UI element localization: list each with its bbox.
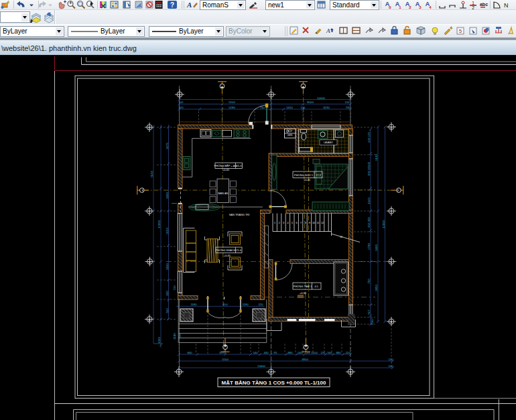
svg-text:A: A bbox=[391, 320, 393, 324]
svg-text:220: 220 bbox=[258, 303, 263, 306]
svg-text:+0.30: +0.30 bbox=[300, 291, 307, 295]
svg-text:880: 880 bbox=[336, 351, 341, 354]
svg-text:17.2: 17.2 bbox=[316, 173, 322, 177]
svg-text:220: 220 bbox=[345, 351, 350, 354]
svg-text:B: B bbox=[149, 261, 151, 264]
svg-text:1340: 1340 bbox=[367, 198, 371, 204]
svg-text:C: C bbox=[148, 210, 150, 213]
svg-text:9: 9 bbox=[309, 222, 310, 224]
svg-text:12000: 12000 bbox=[157, 220, 161, 228]
svg-text:1: 1 bbox=[472, 1, 474, 5]
svg-text:A: A bbox=[186, 1, 192, 9]
svg-text:3230: 3230 bbox=[323, 106, 330, 109]
svg-text:131: 131 bbox=[305, 351, 310, 354]
svg-text:6: 6 bbox=[296, 222, 297, 224]
svg-text:440: 440 bbox=[263, 351, 269, 354]
svg-text:3675: 3675 bbox=[166, 143, 169, 149]
svg-text:5: 5 bbox=[459, 28, 462, 34]
svg-text:+0.45: +0.45 bbox=[304, 178, 311, 182]
svg-text:2367: 2367 bbox=[371, 318, 374, 325]
svg-text:PHÒNG TẮM 1: PHÒNG TẮM 1 bbox=[294, 285, 312, 288]
svg-text:PHÒNG BẾP + ĂN: PHÒNG BẾP + ĂN bbox=[214, 164, 237, 167]
svg-text:3: 3 bbox=[419, 5, 422, 9]
svg-text:2790: 2790 bbox=[367, 243, 371, 250]
svg-text:440 220: 440 220 bbox=[367, 132, 371, 143]
svg-text:?: ? bbox=[170, 1, 174, 9]
svg-text:PHÒNG KHÁCH: PHÒNG KHÁCH bbox=[216, 249, 236, 252]
svg-text:95: 95 bbox=[274, 351, 277, 354]
svg-text:5500: 5500 bbox=[222, 358, 229, 361]
svg-text:880: 880 bbox=[287, 351, 293, 354]
svg-text:560: 560 bbox=[298, 351, 303, 354]
svg-text:MẶT BẰNG TẦNG 1 COS +0.000 TL-: MẶT BẰNG TẦNG 1 COS +0.000 TL-1/100 bbox=[222, 379, 326, 386]
svg-text:730: 730 bbox=[345, 106, 350, 109]
svg-text:6130: 6130 bbox=[150, 171, 153, 178]
svg-text:+0.45: +0.45 bbox=[222, 168, 230, 171]
svg-text:1190: 1190 bbox=[173, 333, 176, 340]
svg-text:HỘP: HỘP bbox=[287, 129, 293, 133]
svg-text:740: 740 bbox=[173, 285, 176, 291]
svg-text:B: B bbox=[391, 261, 393, 264]
svg-text:110: 110 bbox=[389, 358, 393, 361]
svg-text:650: 650 bbox=[166, 291, 169, 296]
svg-text:510: 510 bbox=[166, 308, 169, 313]
svg-text:12000: 12000 bbox=[382, 220, 385, 228]
svg-text:4800: 4800 bbox=[302, 358, 308, 361]
svg-text:BÀN ĂN: BÀN ĂN bbox=[218, 192, 229, 195]
svg-text:4: 4 bbox=[287, 222, 288, 224]
svg-text:110: 110 bbox=[345, 100, 350, 104]
svg-text:3: 3 bbox=[283, 222, 284, 224]
svg-text:15.3: 15.3 bbox=[237, 164, 243, 167]
svg-text:7: 7 bbox=[300, 222, 302, 224]
svg-text:PHÒNG NGỦ 1: PHÒNG NGỦ 1 bbox=[294, 173, 314, 177]
svg-text:610: 610 bbox=[222, 303, 228, 306]
svg-text:110: 110 bbox=[389, 364, 393, 368]
svg-text:0: 0 bbox=[389, 5, 391, 9]
svg-text:4: 4 bbox=[429, 5, 432, 9]
svg-text:6130: 6130 bbox=[375, 154, 378, 161]
svg-text:C: C bbox=[390, 210, 392, 213]
svg-text:5: 5 bbox=[292, 222, 293, 224]
svg-text:LAVABO: LAVABO bbox=[324, 141, 333, 144]
svg-text:1: 1 bbox=[399, 5, 401, 9]
svg-text:10000: 10000 bbox=[317, 96, 326, 100]
svg-text:750: 750 bbox=[367, 279, 371, 284]
svg-text:4.5: 4.5 bbox=[314, 285, 318, 288]
svg-text:8000: 8000 bbox=[307, 100, 314, 104]
svg-text:A: A bbox=[326, 27, 330, 34]
svg-text:21.6: 21.6 bbox=[236, 249, 242, 252]
svg-text:3000: 3000 bbox=[166, 192, 169, 199]
svg-text:840: 840 bbox=[187, 351, 192, 354]
svg-text:2: 2 bbox=[278, 222, 279, 224]
svg-text:1180: 1180 bbox=[190, 303, 197, 306]
svg-text:1160: 1160 bbox=[166, 263, 169, 270]
svg-text:10: 10 bbox=[312, 222, 315, 224]
svg-text:110: 110 bbox=[301, 106, 306, 109]
svg-text:A: A bbox=[149, 318, 151, 322]
svg-text:SÀN TRANG TRÍ: SÀN TRANG TRÍ bbox=[229, 213, 251, 216]
svg-text:540: 540 bbox=[253, 351, 258, 354]
svg-text:560: 560 bbox=[327, 351, 332, 354]
svg-text:8: 8 bbox=[304, 222, 306, 224]
svg-text:450 350: 450 350 bbox=[367, 217, 371, 228]
svg-text:2: 2 bbox=[409, 5, 411, 9]
svg-text:2850: 2850 bbox=[375, 285, 378, 291]
svg-text:10600: 10600 bbox=[257, 364, 266, 368]
svg-text:abc: abc bbox=[480, 2, 488, 7]
svg-text:131: 131 bbox=[320, 351, 326, 354]
svg-text:1190: 1190 bbox=[242, 303, 249, 306]
svg-text:1: 1 bbox=[274, 222, 275, 224]
svg-text:110: 110 bbox=[179, 100, 184, 104]
svg-text:3570: 3570 bbox=[219, 351, 226, 354]
svg-text:12: 12 bbox=[340, 236, 342, 238]
svg-text:2: 2 bbox=[472, 5, 474, 9]
svg-text:+0.45: +0.45 bbox=[224, 254, 231, 257]
svg-text:12: 12 bbox=[321, 222, 324, 224]
svg-text:600 10345: 600 10345 bbox=[367, 161, 371, 176]
svg-text:GEN: GEN bbox=[287, 134, 293, 137]
svg-text:5500: 5500 bbox=[229, 100, 235, 104]
svg-text:1450: 1450 bbox=[286, 106, 293, 109]
svg-text:D: D bbox=[390, 126, 392, 129]
svg-text:220: 220 bbox=[178, 106, 184, 109]
svg-text:1300: 1300 bbox=[157, 337, 161, 344]
